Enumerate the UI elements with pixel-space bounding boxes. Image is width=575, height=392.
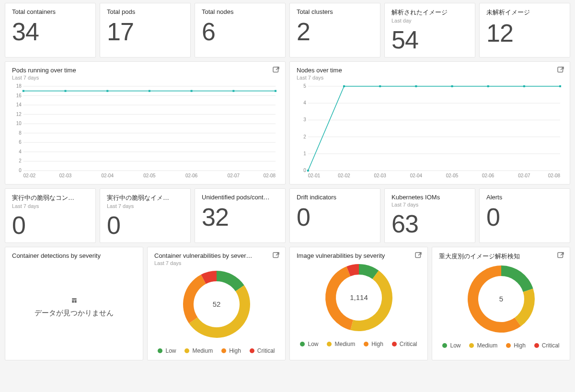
stat-card-drift-indicators[interactable]: Drift indicators 0: [289, 188, 380, 243]
stat-value: 2: [297, 19, 373, 44]
stat-value: 6: [202, 19, 278, 44]
chart-card-pods-over-time: Pods running over time Last 7 days 02468…: [5, 61, 286, 184]
svg-rect-28: [23, 90, 24, 92]
timeseries-row: Pods running over time Last 7 days 02468…: [5, 61, 570, 184]
stat-value: 0: [486, 205, 563, 230]
legend-high: High: [506, 342, 526, 349]
stat-title: Total nodes: [202, 8, 278, 15]
svg-rect-30: [106, 90, 108, 92]
stat-sub: Last 7 days: [12, 203, 89, 209]
export-icon[interactable]: [414, 251, 423, 260]
stats-row-1: Total containers 34 Total pods 17 Total …: [5, 3, 570, 58]
svg-rect-67: [273, 253, 278, 258]
svg-text:4: 4: [19, 149, 22, 154]
stat-title: 実行中の脆弱なコン…: [12, 194, 89, 202]
svg-text:8: 8: [19, 130, 22, 136]
svg-text:02-05: 02-05: [446, 173, 459, 178]
stat-title: Total containers: [12, 8, 89, 15]
legend-medium: Medium: [327, 341, 355, 347]
svg-text:0: 0: [19, 168, 22, 173]
svg-text:5: 5: [499, 295, 503, 303]
svg-text:02-07: 02-07: [518, 173, 530, 178]
svg-text:02-03: 02-03: [59, 173, 72, 178]
stat-title: Total pods: [107, 8, 184, 15]
card-image-vulnerabilities: Image vulnerabilities by severity 1,114 …: [289, 247, 428, 360]
svg-text:2: 2: [19, 158, 22, 163]
severity-row: Container detections by severity データが見つか…: [5, 247, 570, 360]
svg-rect-56: [307, 170, 309, 172]
svg-rect-32: [191, 90, 193, 92]
chart-title: Nodes over time: [297, 67, 563, 74]
stat-value: 0: [297, 205, 373, 230]
card-title: 重大度別のイメージ解析検知: [439, 252, 563, 261]
donut-chart: 52: [154, 266, 278, 343]
legend-low: Low: [158, 347, 176, 354]
svg-rect-65: [72, 300, 74, 302]
stat-card-unidentified-pods[interactable]: Unidentified pods/cont… 32: [195, 188, 286, 243]
svg-rect-34: [275, 90, 276, 92]
svg-text:02-03: 02-03: [374, 173, 386, 178]
svg-text:14: 14: [16, 102, 22, 107]
chart-sub: Last 7 days: [297, 75, 563, 81]
stat-value: 34: [12, 19, 89, 44]
svg-rect-29: [65, 90, 67, 92]
card-title: Container detections by severity: [12, 252, 136, 259]
card-title: Container vulnerabilities by sever…: [154, 252, 278, 259]
svg-text:02-08: 02-08: [264, 173, 276, 178]
nodata-text: データが見つかりません: [34, 309, 114, 318]
nodata-icon: [71, 297, 78, 304]
stat-value: 63: [391, 211, 468, 236]
svg-rect-64: [72, 298, 76, 300]
stat-title: 未解析イメージ: [486, 8, 563, 17]
legend: Low Medium High Critical: [154, 347, 278, 354]
stat-card-kubernetes-ioms[interactable]: Kubernetes IOMs Last 7 days 63: [384, 188, 475, 243]
donut-chart: 1,114: [297, 259, 421, 336]
stat-card-total-containers[interactable]: Total containers 34: [5, 3, 96, 58]
export-icon[interactable]: [272, 251, 280, 260]
stat-card-total-nodes[interactable]: Total nodes 6: [195, 3, 286, 58]
stat-sub: Last 7 days: [391, 202, 468, 208]
svg-text:02-06: 02-06: [482, 173, 494, 178]
stat-card-unanalyzed-images[interactable]: 未解析イメージ 12: [479, 3, 570, 58]
svg-text:52: 52: [212, 300, 220, 308]
svg-text:5: 5: [303, 83, 306, 89]
card-container-vulnerabilities: Container vulnerabilities by sever… Last…: [147, 247, 286, 360]
svg-text:02-07: 02-07: [228, 173, 240, 178]
chart-card-nodes-over-time: Nodes over time Last 7 days 01234502-010…: [289, 61, 570, 184]
svg-rect-0: [273, 67, 278, 72]
stat-card-vulnerable-containers[interactable]: 実行中の脆弱なコン… Last 7 days 0: [5, 188, 96, 243]
legend-high: High: [221, 347, 241, 354]
stats-row-2: 実行中の脆弱なコン… Last 7 days 0 実行中の脆弱なイメ… Last…: [5, 188, 570, 243]
donut-chart: 5: [439, 261, 563, 337]
card-sub: Last 7 days: [154, 260, 278, 266]
legend-medium: Medium: [184, 347, 213, 354]
svg-rect-69: [415, 253, 421, 258]
svg-text:4: 4: [303, 100, 306, 105]
svg-text:18: 18: [16, 83, 22, 89]
stat-card-total-pods[interactable]: Total pods 17: [100, 3, 191, 58]
stat-title: 実行中の脆弱なイメ…: [107, 194, 184, 202]
stat-title: 解析されたイメージ: [391, 8, 468, 17]
stat-card-total-clusters[interactable]: Total clusters 2: [289, 3, 380, 58]
legend-critical: Critical: [534, 342, 560, 349]
legend: Low Medium High Critical: [297, 341, 421, 347]
chart-plot: 01234502-0102-0202-0302-0402-0502-0602-0…: [297, 83, 563, 179]
stat-title: Kubernetes IOMs: [391, 194, 468, 201]
stat-card-analyzed-images[interactable]: 解析されたイメージ Last day 54: [384, 3, 475, 58]
legend: Low Medium High Critical: [439, 342, 563, 349]
card-container-detections: Container detections by severity データが見つか…: [5, 247, 143, 360]
svg-text:12: 12: [16, 112, 22, 117]
export-icon[interactable]: [556, 66, 565, 74]
stat-value: 12: [486, 21, 563, 46]
svg-text:1: 1: [303, 151, 306, 156]
export-icon[interactable]: [272, 66, 280, 74]
stat-card-vulnerable-images[interactable]: 実行中の脆弱なイメ… Last 7 days 0: [100, 188, 191, 243]
legend-low: Low: [300, 341, 318, 347]
svg-rect-59: [415, 85, 417, 87]
export-icon[interactable]: [556, 251, 565, 260]
svg-text:02-08: 02-08: [548, 173, 561, 178]
stat-value: 0: [12, 213, 89, 238]
stat-card-alerts[interactable]: Alerts 0: [479, 188, 570, 243]
svg-rect-60: [451, 85, 453, 87]
svg-rect-58: [379, 85, 381, 87]
